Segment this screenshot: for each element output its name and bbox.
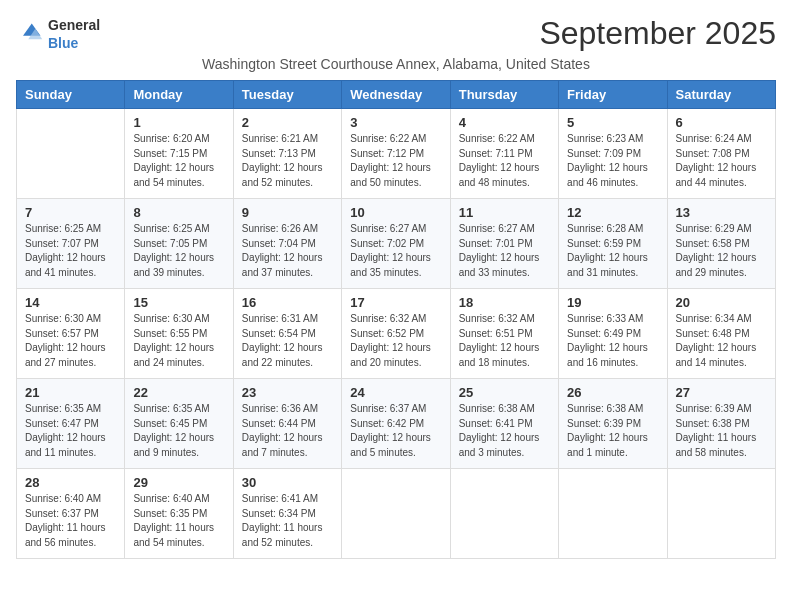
- day-info: Sunrise: 6:22 AMSunset: 7:11 PMDaylight:…: [459, 132, 550, 190]
- day-number: 21: [25, 385, 116, 400]
- calendar-cell: 23 Sunrise: 6:36 AMSunset: 6:44 PMDaylig…: [233, 379, 341, 469]
- calendar-cell: 30 Sunrise: 6:41 AMSunset: 6:34 PMDaylig…: [233, 469, 341, 559]
- day-info: Sunrise: 6:37 AMSunset: 6:42 PMDaylight:…: [350, 402, 441, 460]
- day-of-week-header: Saturday: [667, 81, 775, 109]
- day-info: Sunrise: 6:30 AMSunset: 6:55 PMDaylight:…: [133, 312, 224, 370]
- calendar-cell: 20 Sunrise: 6:34 AMSunset: 6:48 PMDaylig…: [667, 289, 775, 379]
- logo: General Blue: [16, 16, 100, 52]
- logo-icon: [16, 20, 44, 48]
- location-title: Washington Street Courthouse Annex, Alab…: [16, 56, 776, 72]
- calendar-cell: 6 Sunrise: 6:24 AMSunset: 7:08 PMDayligh…: [667, 109, 775, 199]
- calendar-cell: 27 Sunrise: 6:39 AMSunset: 6:38 PMDaylig…: [667, 379, 775, 469]
- day-info: Sunrise: 6:30 AMSunset: 6:57 PMDaylight:…: [25, 312, 116, 370]
- calendar-week-row: 7 Sunrise: 6:25 AMSunset: 7:07 PMDayligh…: [17, 199, 776, 289]
- day-number: 11: [459, 205, 550, 220]
- day-info: Sunrise: 6:27 AMSunset: 7:01 PMDaylight:…: [459, 222, 550, 280]
- calendar-week-row: 14 Sunrise: 6:30 AMSunset: 6:57 PMDaylig…: [17, 289, 776, 379]
- calendar-header-row: SundayMondayTuesdayWednesdayThursdayFrid…: [17, 81, 776, 109]
- day-number: 7: [25, 205, 116, 220]
- calendar-cell: 10 Sunrise: 6:27 AMSunset: 7:02 PMDaylig…: [342, 199, 450, 289]
- day-number: 28: [25, 475, 116, 490]
- day-number: 24: [350, 385, 441, 400]
- day-info: Sunrise: 6:22 AMSunset: 7:12 PMDaylight:…: [350, 132, 441, 190]
- day-number: 10: [350, 205, 441, 220]
- calendar-cell: 15 Sunrise: 6:30 AMSunset: 6:55 PMDaylig…: [125, 289, 233, 379]
- day-info: Sunrise: 6:31 AMSunset: 6:54 PMDaylight:…: [242, 312, 333, 370]
- calendar-cell: [559, 469, 667, 559]
- day-number: 6: [676, 115, 767, 130]
- calendar-cell: 11 Sunrise: 6:27 AMSunset: 7:01 PMDaylig…: [450, 199, 558, 289]
- calendar-cell: 7 Sunrise: 6:25 AMSunset: 7:07 PMDayligh…: [17, 199, 125, 289]
- title-section: September 2025: [539, 16, 776, 51]
- day-number: 2: [242, 115, 333, 130]
- day-number: 27: [676, 385, 767, 400]
- day-of-week-header: Sunday: [17, 81, 125, 109]
- calendar-week-row: 28 Sunrise: 6:40 AMSunset: 6:37 PMDaylig…: [17, 469, 776, 559]
- day-number: 9: [242, 205, 333, 220]
- day-of-week-header: Friday: [559, 81, 667, 109]
- day-info: Sunrise: 6:27 AMSunset: 7:02 PMDaylight:…: [350, 222, 441, 280]
- day-number: 15: [133, 295, 224, 310]
- day-number: 18: [459, 295, 550, 310]
- calendar-cell: 1 Sunrise: 6:20 AMSunset: 7:15 PMDayligh…: [125, 109, 233, 199]
- day-number: 30: [242, 475, 333, 490]
- month-title: September 2025: [539, 16, 776, 51]
- calendar-cell: 22 Sunrise: 6:35 AMSunset: 6:45 PMDaylig…: [125, 379, 233, 469]
- calendar-cell: 26 Sunrise: 6:38 AMSunset: 6:39 PMDaylig…: [559, 379, 667, 469]
- day-info: Sunrise: 6:28 AMSunset: 6:59 PMDaylight:…: [567, 222, 658, 280]
- calendar-cell: [450, 469, 558, 559]
- calendar-cell: 9 Sunrise: 6:26 AMSunset: 7:04 PMDayligh…: [233, 199, 341, 289]
- day-info: Sunrise: 6:25 AMSunset: 7:07 PMDaylight:…: [25, 222, 116, 280]
- day-info: Sunrise: 6:38 AMSunset: 6:39 PMDaylight:…: [567, 402, 658, 460]
- day-number: 3: [350, 115, 441, 130]
- day-of-week-header: Thursday: [450, 81, 558, 109]
- calendar-cell: [667, 469, 775, 559]
- calendar-cell: 3 Sunrise: 6:22 AMSunset: 7:12 PMDayligh…: [342, 109, 450, 199]
- calendar-cell: [17, 109, 125, 199]
- day-number: 5: [567, 115, 658, 130]
- day-number: 26: [567, 385, 658, 400]
- calendar-cell: 14 Sunrise: 6:30 AMSunset: 6:57 PMDaylig…: [17, 289, 125, 379]
- calendar-cell: 5 Sunrise: 6:23 AMSunset: 7:09 PMDayligh…: [559, 109, 667, 199]
- day-info: Sunrise: 6:41 AMSunset: 6:34 PMDaylight:…: [242, 492, 333, 550]
- day-number: 13: [676, 205, 767, 220]
- day-info: Sunrise: 6:40 AMSunset: 6:37 PMDaylight:…: [25, 492, 116, 550]
- day-of-week-header: Monday: [125, 81, 233, 109]
- calendar-cell: 19 Sunrise: 6:33 AMSunset: 6:49 PMDaylig…: [559, 289, 667, 379]
- calendar-week-row: 21 Sunrise: 6:35 AMSunset: 6:47 PMDaylig…: [17, 379, 776, 469]
- calendar-cell: 2 Sunrise: 6:21 AMSunset: 7:13 PMDayligh…: [233, 109, 341, 199]
- day-of-week-header: Wednesday: [342, 81, 450, 109]
- day-info: Sunrise: 6:32 AMSunset: 6:52 PMDaylight:…: [350, 312, 441, 370]
- day-number: 12: [567, 205, 658, 220]
- day-number: 29: [133, 475, 224, 490]
- day-number: 14: [25, 295, 116, 310]
- logo-text-blue: Blue: [48, 35, 78, 51]
- day-number: 16: [242, 295, 333, 310]
- day-number: 1: [133, 115, 224, 130]
- calendar-cell: 8 Sunrise: 6:25 AMSunset: 7:05 PMDayligh…: [125, 199, 233, 289]
- calendar-cell: 12 Sunrise: 6:28 AMSunset: 6:59 PMDaylig…: [559, 199, 667, 289]
- calendar-cell: 29 Sunrise: 6:40 AMSunset: 6:35 PMDaylig…: [125, 469, 233, 559]
- day-info: Sunrise: 6:24 AMSunset: 7:08 PMDaylight:…: [676, 132, 767, 190]
- day-info: Sunrise: 6:40 AMSunset: 6:35 PMDaylight:…: [133, 492, 224, 550]
- day-info: Sunrise: 6:26 AMSunset: 7:04 PMDaylight:…: [242, 222, 333, 280]
- day-number: 23: [242, 385, 333, 400]
- calendar-cell: 18 Sunrise: 6:32 AMSunset: 6:51 PMDaylig…: [450, 289, 558, 379]
- day-info: Sunrise: 6:34 AMSunset: 6:48 PMDaylight:…: [676, 312, 767, 370]
- logo-text-general: General: [48, 17, 100, 33]
- day-info: Sunrise: 6:35 AMSunset: 6:45 PMDaylight:…: [133, 402, 224, 460]
- day-info: Sunrise: 6:25 AMSunset: 7:05 PMDaylight:…: [133, 222, 224, 280]
- day-info: Sunrise: 6:32 AMSunset: 6:51 PMDaylight:…: [459, 312, 550, 370]
- calendar-cell: 24 Sunrise: 6:37 AMSunset: 6:42 PMDaylig…: [342, 379, 450, 469]
- day-info: Sunrise: 6:35 AMSunset: 6:47 PMDaylight:…: [25, 402, 116, 460]
- day-info: Sunrise: 6:21 AMSunset: 7:13 PMDaylight:…: [242, 132, 333, 190]
- page-header: General Blue September 2025: [16, 16, 776, 52]
- day-info: Sunrise: 6:33 AMSunset: 6:49 PMDaylight:…: [567, 312, 658, 370]
- day-info: Sunrise: 6:36 AMSunset: 6:44 PMDaylight:…: [242, 402, 333, 460]
- day-number: 8: [133, 205, 224, 220]
- calendar-week-row: 1 Sunrise: 6:20 AMSunset: 7:15 PMDayligh…: [17, 109, 776, 199]
- calendar-cell: 21 Sunrise: 6:35 AMSunset: 6:47 PMDaylig…: [17, 379, 125, 469]
- day-number: 17: [350, 295, 441, 310]
- calendar-table: SundayMondayTuesdayWednesdayThursdayFrid…: [16, 80, 776, 559]
- day-number: 20: [676, 295, 767, 310]
